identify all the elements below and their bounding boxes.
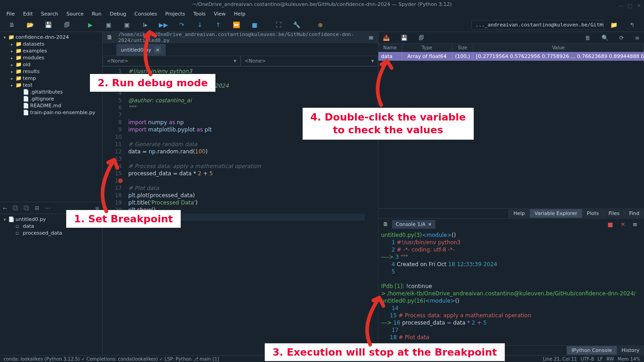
outline-menu-icon[interactable]: ≡ bbox=[95, 205, 99, 211]
method-dropdown[interactable]: <None>▾ bbox=[241, 56, 378, 66]
menu-file[interactable]: File bbox=[3, 10, 18, 18]
python-path-icon[interactable]: ⊕ bbox=[312, 20, 329, 31]
outline-item-data[interactable]: ▫data bbox=[2, 223, 100, 230]
preferences-icon[interactable]: 🔧 bbox=[288, 20, 305, 31]
stop-debug-icon[interactable]: ■ bbox=[246, 20, 263, 31]
editor-header: 🗎 /home/eik-tb/OneDrive_andreaivan.costa… bbox=[103, 32, 378, 43]
console-clear-icon[interactable]: ✕ bbox=[617, 221, 629, 228]
outline-file[interactable]: ▾📄untitled0.py bbox=[2, 216, 100, 223]
maximize-icon[interactable]: ▢ bbox=[628, 1, 632, 6]
console-tab-close-icon[interactable]: ✕ bbox=[428, 222, 431, 227]
editor-menu-icon[interactable]: ≡ bbox=[364, 34, 378, 41]
step-over-icon[interactable]: ↷ bbox=[173, 20, 190, 31]
outline-pane[interactable]: ▾📄untitled0.py▫data▫processed_data bbox=[0, 214, 102, 355]
pane-tab-plots[interactable]: Plots bbox=[582, 209, 603, 218]
class-dropdown[interactable]: <None>▾ bbox=[103, 56, 241, 66]
run-selection-icon[interactable]: I▸ bbox=[137, 20, 153, 31]
step-into-icon[interactable]: ↓ bbox=[192, 20, 208, 31]
browse-dir-icon[interactable]: 📁 bbox=[606, 20, 622, 31]
run-cell-advance-icon[interactable]: ▣ bbox=[119, 20, 135, 31]
outline-item-processed_data[interactable]: ▫processed_data bbox=[2, 230, 100, 236]
menu-run[interactable]: Run bbox=[88, 10, 105, 18]
search-var-icon[interactable]: 🔍 bbox=[602, 35, 608, 41]
file-README.md[interactable]: 📄README.md bbox=[2, 102, 100, 109]
folder-modules[interactable]: ▸📁modules bbox=[2, 54, 100, 61]
code-editor[interactable]: 123456789101112131415161718192021 #!/usr… bbox=[103, 67, 378, 355]
debug-icon[interactable]: ▶▶ bbox=[155, 20, 172, 31]
editor-dropdowns: <None>▾ <None>▾ bbox=[103, 56, 378, 67]
menu-help[interactable]: Help bbox=[230, 10, 249, 18]
run-icon[interactable]: ▶ bbox=[82, 20, 99, 31]
folder-results[interactable]: ▸📁results bbox=[2, 68, 100, 75]
console-newtab-icon[interactable]: 🗎 bbox=[381, 221, 390, 227]
status-mem: Mem 14% bbox=[618, 357, 640, 362]
run-cell-icon[interactable]: ▣ bbox=[100, 20, 117, 31]
right-pane-tabs: HelpVariable ExplorerPlotsFilesFind bbox=[378, 208, 644, 218]
parent-dir-icon[interactable]: ↰ bbox=[624, 20, 640, 31]
console-output[interactable]: untitled0.py(3)<module>() 1 #!/usr/bin/e… bbox=[378, 230, 644, 345]
file-.gitattributes[interactable]: 📄.gitattributes bbox=[2, 89, 100, 95]
status-env[interactable]: conda: lookalikes (Python 3.12.5) ✓ Comp… bbox=[4, 357, 219, 362]
console-tabs: 🗎 Console 1/A ✕ ■ ✕ ≡ bbox=[378, 219, 644, 230]
code-lines[interactable]: #!/usr/bin/env python3"""Created on Fri … bbox=[125, 67, 367, 355]
pane-tab-files[interactable]: Files bbox=[603, 209, 624, 218]
save-icon[interactable]: 💾 bbox=[40, 20, 57, 31]
menu-debug[interactable]: Debug bbox=[106, 10, 130, 18]
console-tab[interactable]: Console 1/A ✕ bbox=[392, 220, 435, 229]
variable-table-header: Name Type Size Value bbox=[378, 44, 644, 52]
outline-back-icon[interactable]: ← bbox=[3, 205, 7, 211]
window-controls: — ▢ ✕ bbox=[618, 1, 641, 6]
menu-bar: FileEditSearchSourceRunDebugConsolesProj… bbox=[0, 9, 644, 18]
variable-row-data[interactable]: dataArray of float64(100,)[0.27719564 0.… bbox=[378, 52, 644, 61]
folder-temp[interactable]: ▸📁temp bbox=[2, 75, 100, 82]
delete-var-icon[interactable]: 🗑 bbox=[585, 35, 591, 41]
pane-tab-find[interactable]: Find bbox=[624, 209, 644, 218]
project-explorer[interactable]: ▾📁confidence-dnn-2024▸📁datasets▸📁example… bbox=[0, 32, 102, 202]
console-tab-history[interactable]: History bbox=[617, 346, 644, 355]
outline-copy-icon[interactable]: ⿻ bbox=[13, 205, 18, 211]
editor-tab[interactable]: untitled0.py ✕ bbox=[116, 44, 166, 56]
variable-explorer[interactable]: Name Type Size Value dataArray of float6… bbox=[378, 44, 644, 208]
file-train-pair-no-ensemble.py[interactable]: 📄train-pair-no-ensemble.py bbox=[2, 109, 100, 116]
step-out-icon[interactable]: ↑ bbox=[210, 20, 226, 31]
menu-source[interactable]: Source bbox=[63, 10, 88, 18]
new-tab-icon[interactable]: 🗎 bbox=[103, 34, 116, 41]
menu-edit[interactable]: Edit bbox=[19, 10, 36, 18]
tab-label: untitled0.py bbox=[121, 47, 151, 53]
outline-more-icon[interactable]: ⋯ bbox=[45, 205, 50, 211]
menu-tools[interactable]: Tools bbox=[189, 10, 209, 18]
outline-copy2-icon[interactable]: ⿻ bbox=[24, 205, 29, 211]
save-data-icon[interactable]: 💾 bbox=[401, 35, 408, 41]
menu-projects[interactable]: Projects bbox=[162, 10, 188, 18]
outline-expand-icon[interactable]: ⊞ bbox=[35, 205, 39, 211]
gutter[interactable]: 123456789101112131415161718192021 bbox=[103, 67, 125, 355]
continue-icon[interactable]: ⏩ bbox=[228, 20, 245, 31]
maximize-pane-icon[interactable]: ⛶ bbox=[270, 20, 287, 31]
menu-view[interactable]: View bbox=[210, 10, 229, 18]
console-menu-icon[interactable]: ≡ bbox=[629, 221, 641, 228]
pane-tab-help[interactable]: Help bbox=[508, 209, 529, 218]
refresh-var-icon[interactable]: ⟳ bbox=[619, 35, 624, 41]
editor-tab-row: untitled0.py ✕ bbox=[103, 43, 378, 56]
console-stop-icon[interactable]: ■ bbox=[604, 221, 617, 228]
import-data-icon[interactable]: 📥 bbox=[383, 35, 390, 41]
pane-tab-variable-explorer[interactable]: Variable Explorer bbox=[529, 209, 582, 218]
close-icon[interactable]: ✕ bbox=[637, 1, 641, 6]
folder-datasets[interactable]: ▸📁datasets bbox=[2, 41, 100, 47]
folder-old[interactable]: ▸📁old bbox=[2, 61, 100, 68]
open-file-icon[interactable]: 📂 bbox=[22, 20, 38, 31]
folder-examples[interactable]: ▸📁examples bbox=[2, 47, 100, 54]
file-.gitignore[interactable]: 📄.gitignore bbox=[2, 95, 100, 102]
tab-close-icon[interactable]: ✕ bbox=[154, 46, 161, 53]
project-root[interactable]: ▾📁confidence-dnn-2024 bbox=[2, 34, 100, 41]
var-menu-icon[interactable]: ≡ bbox=[635, 35, 639, 41]
folder-test[interactable]: ▸📁test bbox=[2, 82, 100, 89]
new-file-icon[interactable]: 🗎 bbox=[4, 20, 20, 31]
console-tab-ipython-console[interactable]: IPython Console bbox=[566, 346, 617, 355]
save-all-icon[interactable]: 🗐 bbox=[58, 20, 75, 31]
save-data-as-icon[interactable]: 🗐 bbox=[419, 35, 424, 41]
minimize-icon[interactable]: — bbox=[618, 1, 623, 6]
menu-consoles[interactable]: Consoles bbox=[131, 10, 161, 18]
menu-search[interactable]: Search bbox=[37, 10, 62, 18]
working-directory[interactable]: ..._andreaivan.costantino@kuleuven.be/Gi… bbox=[471, 20, 604, 30]
